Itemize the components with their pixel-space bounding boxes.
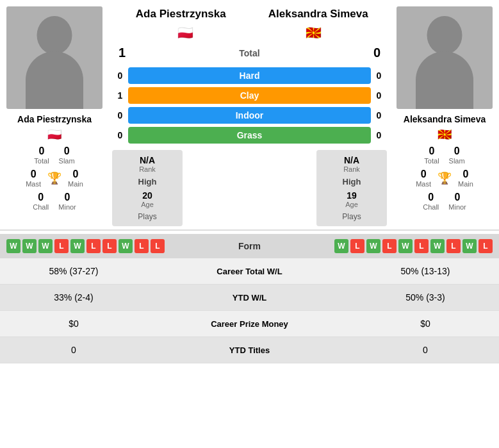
form-badge-w: W (119, 239, 133, 253)
right-avatar (397, 6, 493, 109)
left-stats-row3: 0 Chall 0 Minor (0, 189, 109, 213)
right-stats-row3: 0 Chall 0 Minor (390, 189, 499, 213)
left-rank-value: N/A (117, 155, 177, 165)
left-career-prize: $0 (0, 311, 147, 336)
form-badge-l: L (414, 239, 429, 253)
form-badge-l: L (86, 239, 101, 253)
ytd-wl-row: 33% (2-4) YTD W/L 50% (3-3) (0, 285, 499, 311)
right-flag: 🇲🇰 (390, 126, 499, 143)
indoor-left-score: 0 (112, 110, 128, 120)
right-player-col: Aleksandra Simeva 🇲🇰 0 Total 0 Slam 0 Ma… (390, 0, 499, 229)
left-career-wl: 58% (37-27) (0, 258, 147, 284)
center-right-flag: 🇲🇰 (306, 25, 322, 40)
right-chall-value: 0 (423, 192, 439, 203)
right-ytd-titles: 0 (352, 337, 499, 363)
right-stats-row1: 0 Total 0 Slam (390, 143, 499, 167)
right-slam-label: Slam (449, 157, 465, 165)
right-total-cell: 0 Total (424, 145, 439, 165)
total-score-row: 1 Total 0 (109, 42, 390, 64)
right-total-value: 0 (424, 145, 439, 157)
left-avatar-head (37, 16, 72, 54)
right-chall-label: Chall (423, 203, 439, 211)
hard-button[interactable]: Hard (128, 67, 371, 84)
surface-row-grass: 0 Grass 0 (112, 127, 387, 144)
right-avatar-body (416, 51, 473, 109)
right-photo-wrap (390, 0, 499, 112)
left-minor-cell: 0 Minor (58, 192, 76, 211)
right-mast-value: 0 (416, 169, 431, 180)
surface-row-clay: 1 Clay 0 (112, 87, 387, 104)
clay-left-score: 1 (112, 90, 128, 101)
indoor-button[interactable]: Indoor (128, 107, 371, 124)
form-badge-w: W (398, 239, 413, 253)
form-badge-l: L (382, 239, 397, 253)
right-rank-label: Rank (322, 165, 382, 173)
right-high-value: High (322, 177, 382, 187)
grass-button[interactable]: Grass (128, 127, 371, 144)
right-chall-cell: 0 Chall (423, 192, 439, 211)
left-ytd-titles: 0 (0, 337, 147, 363)
right-mast-cell: 0 Mast (416, 169, 431, 188)
right-career-prize: $0 (352, 311, 499, 336)
clay-button[interactable]: Clay (128, 87, 371, 104)
left-total-score: 1 (119, 46, 126, 60)
left-total-label: Total (34, 157, 49, 165)
left-photo-wrap (0, 0, 109, 112)
form-section: WWWLWLLWLL Form WLWLWLWLWL (0, 234, 499, 258)
indoor-right-score: 0 (371, 110, 387, 120)
left-age-item: 20 Age (117, 190, 177, 208)
right-minor-label: Minor (448, 203, 466, 211)
grass-right-score: 0 (371, 130, 387, 140)
form-badge-w: W (462, 239, 477, 253)
center-col: Ada Piestrzynska Aleksandra Simeva 🇵🇱 🇲🇰… (109, 0, 390, 229)
form-badge-l: L (102, 239, 117, 253)
left-total-cell: 0 Total (34, 145, 49, 165)
left-stats-row1: 0 Total 0 Slam (0, 143, 109, 167)
ytd-titles-row: 0 YTD Titles 0 (0, 337, 499, 363)
form-badge-l: L (446, 239, 461, 253)
left-age-value: 20 (117, 190, 177, 201)
left-high-value: High (117, 177, 177, 187)
grass-left-score: 0 (112, 130, 128, 140)
left-player-name: Ada Piestrzynska (0, 112, 109, 126)
form-badge-w: W (70, 239, 85, 253)
ytd-titles-label: YTD Titles (147, 338, 352, 363)
right-mast-label: Mast (416, 180, 431, 188)
top-area: Ada Piestrzynska 🇵🇱 0 Total 0 Slam 0 Mas… (0, 0, 499, 231)
left-chall-label: Chall (33, 203, 49, 211)
form-badge-l: L (350, 239, 364, 253)
left-trophy-icon: 🏆 (47, 171, 61, 185)
right-slam-cell: 0 Slam (449, 145, 465, 165)
left-ytd-wl: 33% (2-4) (0, 285, 147, 310)
form-badge-w: W (38, 239, 53, 253)
right-stats-row2: 0 Mast 🏆 0 Main (390, 167, 499, 189)
right-player-name: Aleksandra Simeva (390, 112, 499, 126)
center-right-name: Aleksandra Simeva (250, 8, 388, 21)
left-detail-box: N/A Rank High 20 Age Plays (112, 150, 183, 226)
left-form-badges: WWWLWLLWLL (6, 239, 165, 253)
form-badge-l: L (54, 239, 69, 253)
right-form-badges: WLWLWLWLWL (334, 239, 493, 253)
left-chall-value: 0 (33, 192, 49, 203)
right-age-value: 19 (322, 190, 382, 201)
left-flag: 🇵🇱 (0, 126, 109, 143)
left-main-cell: 0 Main (68, 169, 83, 188)
left-stats-row2: 0 Mast 🏆 0 Main (0, 167, 109, 189)
right-rank-value: N/A (322, 155, 382, 165)
left-total-value: 0 (34, 145, 49, 157)
left-minor-label: Minor (58, 203, 76, 211)
form-badge-w: W (366, 239, 380, 253)
form-badge-l: L (135, 239, 149, 253)
center-left-flag: 🇵🇱 (177, 25, 193, 40)
ytd-wl-label: YTD W/L (147, 285, 352, 310)
detail-boxes-row: N/A Rank High 20 Age Plays N/A Rank (109, 147, 390, 229)
left-slam-value: 0 (59, 145, 75, 157)
left-chall-cell: 0 Chall (33, 192, 49, 211)
career-wl-label: Career Total W/L (147, 259, 352, 284)
comparison-container: Ada Piestrzynska 🇵🇱 0 Total 0 Slam 0 Mas… (0, 0, 499, 363)
right-career-wl: 50% (13-13) (352, 258, 499, 284)
center-names-row: Ada Piestrzynska Aleksandra Simeva (109, 0, 390, 24)
clay-right-score: 0 (371, 90, 387, 101)
right-total-score: 0 (373, 46, 380, 60)
right-age-item: 19 Age (322, 190, 382, 208)
